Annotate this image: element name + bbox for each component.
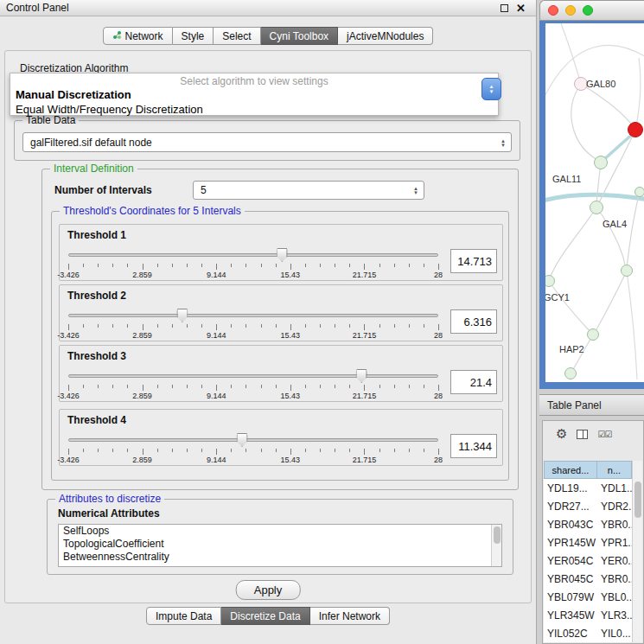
slider-track-area[interactable] <box>67 368 440 384</box>
attributes-group-label: Attributes to discretize <box>55 493 164 505</box>
network-node-hap2[interactable] <box>587 328 599 341</box>
list-item[interactable]: BetweennessCentrality <box>59 551 501 564</box>
close-icon[interactable]: ✕ <box>516 3 526 14</box>
cell[interactable]: YBR043C <box>544 519 597 531</box>
threshold-3-value-field[interactable]: 21.4 <box>450 370 497 394</box>
table-row[interactable]: YIL052CYIL0... <box>544 624 632 642</box>
cell[interactable]: YDR27... <box>544 501 597 513</box>
network-node[interactable] <box>564 367 577 379</box>
cell[interactable]: YIL0... <box>597 628 632 640</box>
network-node[interactable] <box>634 187 644 197</box>
scrollbar-thumb[interactable] <box>634 481 641 518</box>
threshold-1-label: Threshold 1 <box>67 229 126 241</box>
slider-track[interactable] <box>68 314 438 317</box>
cell[interactable]: YBR0... <box>597 573 632 585</box>
slider-scale <box>68 448 438 456</box>
threshold-3-label: Threshold 3 <box>67 350 126 362</box>
node-label-gal11: GAL11 <box>552 174 581 184</box>
cell[interactable]: YER054C <box>544 555 597 567</box>
algorithm-combo-placeholder[interactable]: Select algorithm to view settings <box>10 73 498 87</box>
tab-select[interactable]: Select <box>214 27 260 45</box>
cell[interactable]: YIL052C <box>544 628 597 640</box>
cell[interactable]: YER0... <box>597 555 632 567</box>
slider-thumb[interactable] <box>356 369 367 383</box>
control-panel-titlebar: Control Panel ✕ <box>0 0 536 16</box>
zoom-button[interactable] <box>583 5 593 16</box>
list-item[interactable]: TopologicalCoefficient <box>59 538 501 551</box>
table-row[interactable]: YBR043CYBR0... <box>544 515 632 533</box>
tab-discretize-data[interactable]: Discretize Data <box>221 607 309 625</box>
number-of-intervals-label: Number of Intervals <box>54 184 152 196</box>
threshold-2-slider[interactable]: -3.4262.8599.14415.4321.71528 <box>67 308 440 341</box>
network-node[interactable] <box>594 156 608 169</box>
cell[interactable]: YBL079W <box>544 591 597 603</box>
threshold-2-value-field[interactable]: 6.316 <box>450 309 497 334</box>
select-columns-checkboxes-icon[interactable]: ☑☑ <box>597 430 611 439</box>
cell[interactable]: YPR1... <box>597 537 632 549</box>
tab-infer-network[interactable]: Infer Network <box>310 607 390 625</box>
list-scrollbar[interactable] <box>491 525 501 566</box>
network-canvas[interactable]: GAL80 GAL11 GAL4 GCY1 HAP2 <box>545 23 644 382</box>
slider-track-area[interactable] <box>67 308 440 323</box>
table-scrollbar[interactable] <box>632 461 642 642</box>
threshold-1-value-field[interactable]: 14.713 <box>450 249 497 273</box>
slider-track[interactable] <box>68 253 438 257</box>
threshold-4-value-field[interactable]: 11.344 <box>450 434 497 458</box>
maximize-icon[interactable] <box>501 4 508 12</box>
tab-label: Infer Network <box>319 610 380 622</box>
threshold-4-slider[interactable]: -3.4262.8599.14415.4321.71528 <box>67 432 440 465</box>
network-node-gal4[interactable] <box>590 201 603 214</box>
cell[interactable]: YDL1... <box>597 482 632 494</box>
table-row[interactable]: YLR345WYLR3... <box>544 606 632 624</box>
network-node-selected-red[interactable] <box>628 122 643 137</box>
table-row[interactable]: YBR045CYBR0... <box>544 570 632 588</box>
cell[interactable]: YBL0... <box>597 591 632 603</box>
tab-style[interactable]: Style <box>173 27 214 45</box>
minimize-button[interactable] <box>565 5 576 16</box>
column-header-shared-name[interactable]: shared... <box>544 461 597 479</box>
close-button[interactable] <box>548 5 558 16</box>
column-header-name[interactable]: n... <box>597 461 632 479</box>
cell[interactable]: YDR2... <box>597 501 632 513</box>
apply-button[interactable]: Apply <box>236 580 301 600</box>
tab-jactivemnodules[interactable]: jActiveMNodules <box>338 27 433 45</box>
columns-icon[interactable] <box>577 430 588 439</box>
slider-track-area[interactable] <box>67 247 440 263</box>
tab-label: Select <box>222 30 251 42</box>
cell[interactable]: YLR3... <box>597 609 632 622</box>
table-row[interactable]: YDL19...YDL1... <box>544 479 632 497</box>
algorithm-dropdown-popup: Select algorithm to view settings Manual… <box>10 73 499 116</box>
cell[interactable]: YDL19... <box>544 482 597 494</box>
slider-track[interactable] <box>68 438 438 442</box>
table-row[interactable]: YBL079WYBL0... <box>544 588 632 606</box>
number-of-intervals-spinner[interactable]: 5 ▴ ▾ <box>193 181 424 200</box>
threshold-3-slider[interactable]: -3.4262.8599.14415.4321.71528 <box>67 368 440 401</box>
cell[interactable]: YBR045C <box>544 573 597 585</box>
slider-thumb[interactable] <box>176 309 188 322</box>
columns-icon-divider <box>583 430 583 438</box>
threshold-1-slider[interactable]: -3.4262.8599.14415.4321.71528 <box>67 247 440 280</box>
gear-icon[interactable]: ⚙ <box>556 426 567 442</box>
tab-cyni-toolbox[interactable]: Cyni Toolbox <box>261 27 338 45</box>
table-row[interactable]: YDR27...YDR2... <box>544 497 632 515</box>
slider-thumb[interactable] <box>237 433 248 447</box>
table-data-combo[interactable]: galFiltered.sif default node ▴ ▾ <box>22 132 512 152</box>
slider-track[interactable] <box>68 374 438 378</box>
tab-network[interactable]: Network <box>103 27 173 45</box>
cell[interactable]: YBR0... <box>597 519 632 531</box>
table-row[interactable]: YPR145WYPR1... <box>544 533 632 552</box>
network-node[interactable] <box>621 265 633 277</box>
slider-tick-labels: -3.4262.8599.14415.4321.71528 <box>68 331 438 341</box>
scrollbar-thumb[interactable] <box>494 526 501 544</box>
algorithm-combo-button[interactable]: ▴ ▾ <box>481 78 501 100</box>
slider-track-area[interactable] <box>67 432 440 448</box>
cell[interactable]: YLR345W <box>544 609 597 622</box>
thresholds-group-label: Threshold's Coordinates for 5 Intervals <box>60 205 245 217</box>
tab-impute-data[interactable]: Impute Data <box>146 607 221 625</box>
list-item[interactable]: SelfLoops <box>59 525 501 538</box>
table-row[interactable]: YER054CYER0... <box>544 552 632 570</box>
slider-thumb[interactable] <box>277 248 288 262</box>
cell[interactable]: YPR145W <box>544 537 597 549</box>
algorithm-option-equal-width[interactable]: Equal Width/Frequency Discretization <box>10 102 498 117</box>
algorithm-option-manual[interactable]: Manual Discretization <box>10 87 498 102</box>
